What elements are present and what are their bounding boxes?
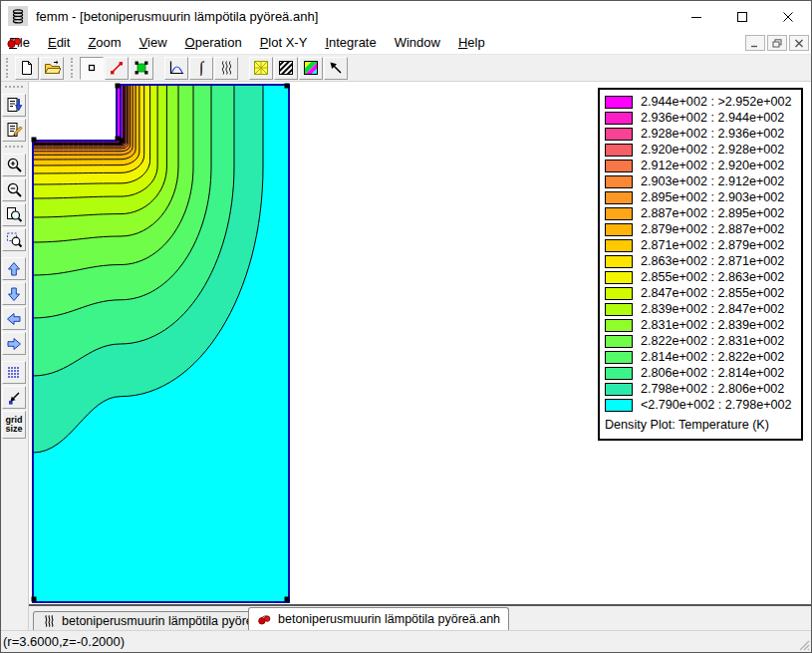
snap-to-grid-icon [6, 390, 22, 406]
legend-row: 2.839e+002 : 2.847e+002 [605, 301, 796, 317]
pan-right-button[interactable] [2, 332, 26, 355]
pan-up-button[interactable] [2, 257, 26, 280]
menu-integrate[interactable]: Integrate [316, 32, 385, 54]
legend-row: 2.944e+002 : >2.952e+002 [605, 94, 796, 110]
arrow-right-icon [6, 336, 22, 352]
results-document-icon [6, 97, 23, 114]
zoom-natural-button[interactable] [2, 203, 26, 226]
legend-range-label: 2.871e+002 : 2.879e+002 [641, 238, 784, 252]
toolbar-drag-handle[interactable] [6, 58, 10, 78]
legend-range-label: 2.879e+002 : 2.887e+002 [641, 222, 784, 236]
legend-row: 2.912e+002 : 2.920e+002 [605, 158, 796, 173]
legend-row: 2.936e+002 : 2.944e+002 [605, 110, 796, 126]
open-folder-icon [44, 60, 61, 76]
legend-row: 2.871e+002 : 2.879e+002 [605, 237, 796, 253]
legend-range-label: 2.863e+002 : 2.871e+002 [641, 254, 784, 268]
legend-swatch [605, 367, 633, 380]
toolbar-drag-handle[interactable] [71, 58, 75, 78]
legend-row: 2.903e+002 : 2.912e+002 [605, 173, 796, 189]
legend-swatch [605, 239, 633, 252]
arrow-down-icon [6, 286, 22, 302]
close-button[interactable] [765, 1, 811, 32]
resize-grip[interactable] [796, 637, 810, 651]
vector-plot-button[interactable] [324, 57, 348, 80]
femm-window: femm - [betoniperusmuurin lämpötila pyör… [0, 0, 812, 653]
node-handle[interactable] [285, 597, 290, 602]
legend-swatch [605, 319, 633, 332]
node-handle[interactable] [116, 84, 121, 89]
legend-row: 2.831e+002 : 2.839e+002 [605, 317, 796, 333]
legend-swatch [605, 255, 633, 268]
mdi-minimize-button[interactable] [745, 35, 765, 51]
model-canvas[interactable]: 2.944e+002 : >2.952e+0022.936e+002 : 2.9… [29, 82, 812, 606]
legend-range-label: 2.814e+002 : 2.822e+002 [641, 350, 784, 364]
menu-plot-x-y[interactable]: Plot X-Y [251, 32, 317, 54]
toolbar-drag-handle[interactable] [5, 86, 23, 90]
colour-density-plot-button[interactable] [299, 57, 323, 80]
show-grid-button[interactable] [2, 361, 26, 384]
zoom-out-button[interactable] [2, 178, 26, 201]
menu-operation[interactable]: Operation [176, 32, 251, 54]
cursor-coordinates: (r=3.6000,z=-0.2000) [0, 631, 812, 652]
integrate-button[interactable]: ∫ [189, 57, 213, 80]
minimize-button[interactable] [674, 1, 719, 32]
tab-anh-file[interactable]: betoniperusmuurin lämpötila pyöreä.anh [248, 607, 509, 630]
toolbar-drag-handle[interactable] [5, 146, 23, 150]
femm-document-icon [6, 34, 23, 54]
legend-range-label: 2.831e+002 : 2.839e+002 [641, 318, 784, 332]
snap-to-grid-button[interactable] [2, 386, 26, 409]
greyscale-density-plot-button[interactable] [274, 57, 298, 80]
menu-edit[interactable]: Edit [39, 32, 79, 54]
menu-view[interactable]: View [131, 32, 176, 54]
menu-zoom[interactable]: Zoom [79, 32, 130, 54]
maximize-button[interactable] [719, 1, 765, 32]
legend-row: 2.920e+002 : 2.928e+002 [605, 142, 796, 158]
legend-range-label: 2.912e+002 : 2.920e+002 [641, 159, 784, 172]
group-select-mode-button[interactable] [130, 57, 153, 80]
legend-row: 2.822e+002 : 2.831e+002 [605, 333, 796, 349]
point-mode-button[interactable] [80, 57, 104, 80]
arrow-up-icon [6, 261, 22, 277]
legend-range-label: 2.920e+002 : 2.928e+002 [641, 143, 784, 157]
legend-swatch [605, 383, 633, 396]
legend-range-label: 2.855e+002 : 2.863e+002 [641, 270, 784, 284]
legend-swatch [605, 144, 633, 157]
status-bar: (r=3.6000,z=-0.2000) [0, 630, 812, 653]
mdi-restore-button[interactable] [767, 35, 787, 51]
document-tab-bar: betoniperusmuurin lämpötila pyöreä.FEH b… [29, 606, 812, 630]
pan-down-button[interactable] [2, 282, 26, 305]
edit-properties-button[interactable] [2, 119, 26, 142]
node-handle[interactable] [285, 84, 290, 89]
plot-xy-button[interactable] [164, 57, 188, 80]
legend-swatch [605, 287, 633, 300]
legend-swatch [605, 223, 633, 236]
grid-size-button[interactable]: grid size [2, 411, 26, 439]
menu-help[interactable]: Help [449, 32, 494, 54]
mesh-icon [253, 60, 269, 76]
zoom-in-button[interactable] [2, 154, 26, 176]
legend-swatch [605, 112, 633, 125]
arrow-left-icon [6, 311, 22, 327]
mdi-close-button[interactable] [789, 35, 809, 51]
contour-plot-button[interactable] [214, 57, 238, 80]
new-file-button[interactable] [15, 57, 39, 80]
output-results-button[interactable] [2, 94, 26, 117]
legend-row: 2.798e+002 : 2.806e+002 [605, 381, 796, 397]
legend-range-label: 2.895e+002 : 2.903e+002 [641, 190, 784, 204]
legend-swatch [605, 175, 633, 188]
line-mode-button[interactable] [105, 57, 129, 80]
node-handle[interactable] [120, 139, 125, 144]
legend-row: 2.863e+002 : 2.871e+002 [605, 253, 796, 269]
legend-swatch [605, 335, 633, 348]
legend-range-label: 2.847e+002 : 2.855e+002 [641, 286, 784, 300]
zoom-window-button[interactable] [2, 228, 26, 251]
density-plot-legend: 2.944e+002 : >2.952e+0022.936e+002 : 2.9… [598, 88, 803, 441]
show-mesh-button[interactable] [249, 57, 273, 80]
open-file-button[interactable] [40, 57, 64, 80]
node-handle[interactable] [32, 138, 37, 143]
pan-left-button[interactable] [2, 307, 26, 330]
legend-range-label: 2.822e+002 : 2.831e+002 [641, 334, 784, 348]
node-handle[interactable] [32, 597, 37, 602]
menu-window[interactable]: Window [386, 32, 449, 54]
group-select-icon [134, 60, 149, 76]
